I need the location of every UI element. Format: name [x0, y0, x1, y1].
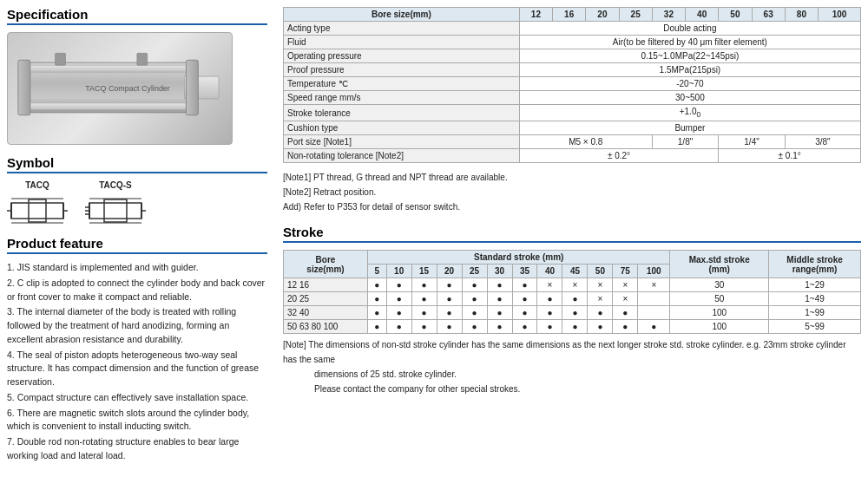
col-100: 100 — [819, 8, 861, 22]
stroke-col-bore: Boresize(mm) — [284, 251, 368, 278]
stroke-row-5063: 50 63 80 100 ●●●●●●●●●●●● 100 5~99 — [284, 320, 861, 334]
row-port: Port size [Note1] M5 × 0.8 1/8" 1/4" 3/8… — [284, 135, 861, 149]
symbol-title: Symbol — [7, 155, 267, 173]
val-acting: Double acting — [519, 22, 860, 36]
stroke-note-1: [Note] The dimensions of non-std stroke … — [283, 337, 861, 367]
stroke-sub-20: 20 — [437, 265, 462, 278]
feature-1: 1. JIS standard is implemented and with … — [7, 261, 267, 275]
feature-section: Product feature 1. JIS standard is imple… — [7, 236, 267, 463]
label-nonrot: Non-rotating tolerance [Note2] — [284, 149, 520, 163]
stroke-note-indent: dimensions of 25 std. stroke cylinder. — [283, 367, 861, 382]
feature-2: 2. C clip is adopted to connect the cyli… — [7, 277, 267, 304]
val-cushion: Bumper — [519, 121, 860, 135]
row-temp: Temperature ℃ -20~70 — [284, 77, 861, 91]
svg-rect-17 — [89, 203, 141, 219]
stroke-mid-3240: 1~99 — [769, 306, 861, 320]
svg-rect-9 — [11, 203, 63, 219]
stroke-bore-2025: 20 25 — [284, 292, 368, 306]
symbol-tacq: TACQ — [7, 180, 68, 227]
stroke-row-2025: 20 25 ●●●●●●●●●×× 50 1~49 — [284, 292, 861, 306]
stroke-max-1216: 30 — [670, 278, 769, 292]
stroke-notes: [Note] The dimensions of non-std stroke … — [283, 337, 861, 396]
stroke-note-2: Please contact the company for other spe… — [283, 382, 861, 396]
stroke-bore-5063: 50 63 80 100 — [284, 320, 368, 334]
stroke-max-5063: 100 — [670, 320, 769, 334]
symbol-row: TACQ TACQ-S — [7, 180, 267, 227]
symbol-tacq-label: TACQ — [25, 180, 49, 190]
svg-rect-6 — [56, 53, 66, 65]
label-port: Port size [Note1] — [284, 135, 520, 149]
val-proof-pressure: 1.5MPa(215psi) — [519, 63, 860, 77]
col-bore: Bore size(mm) — [284, 8, 520, 22]
product-image: TACQ Compact Cylinder — [7, 32, 233, 145]
symbol-section: Symbol TACQ — [7, 155, 267, 227]
col-16: 16 — [553, 8, 586, 22]
stroke-sub-45: 45 — [562, 265, 588, 278]
svg-rect-5 — [186, 60, 198, 115]
val-stroke-tol: +1.00 — [519, 105, 860, 121]
stroke-mid-1216: 1~29 — [769, 278, 861, 292]
col-63: 63 — [752, 8, 785, 22]
row-acting: Acting type Double acting — [284, 22, 861, 36]
label-acting: Acting type — [284, 22, 520, 36]
stroke-sub-15: 15 — [411, 265, 437, 278]
left-column: Specification TACQ Compact Cylinder — [7, 7, 276, 470]
svg-rect-2 — [25, 103, 189, 110]
val-temp: -20~70 — [519, 77, 860, 91]
svg-rect-4 — [18, 60, 30, 115]
stroke-sub-25: 25 — [462, 265, 487, 278]
label-temp: Temperature ℃ — [284, 77, 520, 91]
svg-text:TACQ Compact Cylinder: TACQ Compact Cylinder — [85, 84, 170, 93]
spec-table: Bore size(mm) 12 16 20 25 32 40 50 63 80… — [283, 7, 861, 163]
stroke-sub-100: 100 — [638, 265, 670, 278]
stroke-sub-5: 5 — [368, 265, 387, 278]
row-nonrot: Non-rotating tolerance [Note2] ± 0.2° ± … — [284, 149, 861, 163]
val-speed: 30~500 — [519, 91, 860, 105]
col-12: 12 — [519, 8, 552, 22]
label-fluid: Fluid — [284, 36, 520, 49]
page: Specification TACQ Compact Cylinder — [0, 0, 868, 477]
val-nonrot-01: ± 0.1° — [719, 149, 861, 163]
val-fluid: Air(to be filtered by 40 μm filter eleme… — [519, 36, 860, 49]
label-op-pressure: Operating pressure — [284, 49, 520, 63]
row-proof-pressure: Proof pressure 1.5MPa(215psi) — [284, 63, 861, 77]
spec-section-title: Specification — [7, 7, 267, 25]
stroke-bore-3240: 32 40 — [284, 306, 368, 320]
right-column: Bore size(mm) 12 16 20 25 32 40 50 63 80… — [276, 7, 861, 470]
val-port-38: 3/8" — [785, 135, 860, 149]
svg-rect-7 — [137, 53, 148, 65]
stroke-mid-2025: 1~49 — [769, 292, 861, 306]
cylinder-svg: TACQ Compact Cylinder — [8, 32, 232, 145]
val-port-m5: M5 × 0.8 — [519, 135, 652, 149]
col-40: 40 — [686, 8, 719, 22]
stroke-max-2025: 50 — [670, 292, 769, 306]
stroke-title: Stroke — [283, 225, 861, 243]
stroke-sub-75: 75 — [613, 265, 638, 278]
stroke-sub-50: 50 — [588, 265, 613, 278]
symbol-tacqs-label: TACQ-S — [99, 180, 132, 190]
row-fluid: Fluid Air(to be filtered by 40 μm filter… — [284, 36, 861, 49]
feature-5: 5. Compact structure can effectively sav… — [7, 391, 267, 405]
stroke-row-1216: 12 16 ●●●●●●●××××× 30 1~29 — [284, 278, 861, 292]
col-50: 50 — [719, 8, 752, 22]
stroke-sub-40: 40 — [537, 265, 562, 278]
spec-note-1: [Note1] PT thread, G thread and NPT thre… — [283, 170, 861, 185]
col-80: 80 — [785, 8, 818, 22]
row-cushion: Cushion type Bumper — [284, 121, 861, 135]
tacq-symbol-svg — [7, 193, 68, 227]
val-op-pressure: 0.15~1.0MPa(22~145psi) — [519, 49, 860, 63]
stroke-row-3240: 32 40 ●●●●●●●●●●● 100 1~99 — [284, 306, 861, 320]
row-stroke-tol: Stroke tolerance +1.00 — [284, 105, 861, 121]
label-proof-pressure: Proof pressure — [284, 63, 520, 77]
label-cushion: Cushion type — [284, 121, 520, 135]
stroke-sub-35: 35 — [512, 265, 537, 278]
tacqs-symbol-svg — [85, 193, 146, 227]
feature-title: Product feature — [7, 236, 267, 254]
feature-list: 1. JIS standard is implemented and with … — [7, 261, 267, 463]
feature-3: 3. The internal diameter of the body is … — [7, 305, 267, 346]
feature-6: 6. There are magnetic switch slots aroun… — [7, 407, 267, 434]
label-stroke-tol: Stroke tolerance — [284, 105, 520, 121]
feature-4: 4. The seal of piston adopts heterogeneo… — [7, 349, 267, 389]
stroke-col-max: Max.std stroke(mm) — [670, 251, 769, 278]
val-port-14: 1/4" — [719, 135, 786, 149]
